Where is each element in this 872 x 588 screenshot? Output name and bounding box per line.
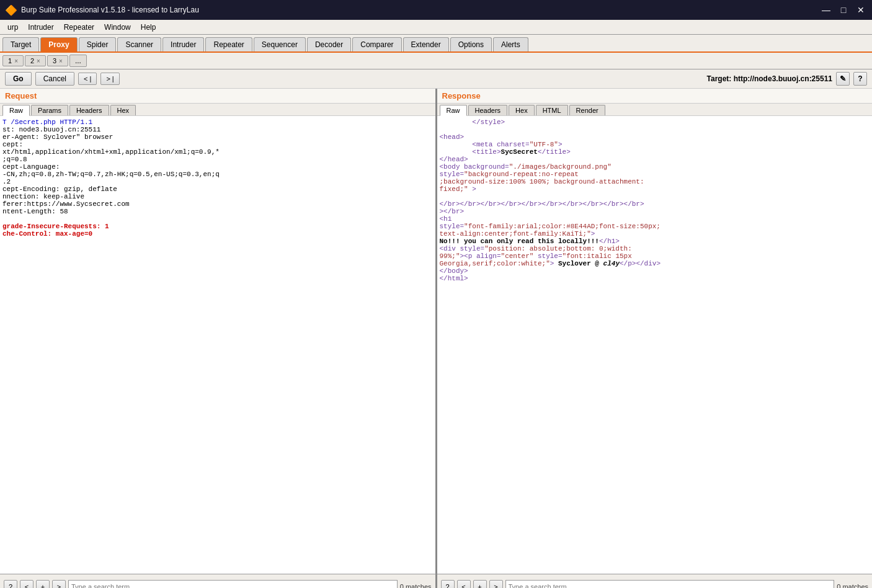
left-search-prev-button[interactable]: < xyxy=(20,580,33,589)
go-button[interactable]: Go xyxy=(5,72,32,86)
response-tab-bar: Raw Headers Hex HTML Render xyxy=(437,104,873,116)
request-tab-params[interactable]: Params xyxy=(31,105,68,115)
sub-tab-bar: 1 × 2 × 3 × ... xyxy=(0,53,872,69)
tab-spider[interactable]: Spider xyxy=(79,37,117,51)
tab-scanner[interactable]: Scanner xyxy=(117,37,161,51)
left-search-bar: ? < + > 0 matches xyxy=(0,574,437,588)
request-tab-raw[interactable]: Raw xyxy=(2,105,30,116)
left-search-question-button[interactable]: ? xyxy=(4,580,17,589)
tab-comparer[interactable]: Comparer xyxy=(352,37,401,51)
left-matches-label: 0 matches xyxy=(400,583,432,589)
close-tab-2[interactable]: × xyxy=(37,58,40,65)
tab-options[interactable]: Options xyxy=(450,37,492,51)
nav-forward-button[interactable]: > | xyxy=(100,73,119,85)
response-title: Response xyxy=(437,89,873,104)
response-panel: Response Raw Headers Hex HTML Render </s… xyxy=(437,89,873,574)
tab-intruder[interactable]: Intruder xyxy=(162,37,204,51)
right-search-input[interactable] xyxy=(505,580,835,589)
target-label: Target: http://node3.buuoj.cn:25511 xyxy=(707,74,832,83)
menu-item-repeater[interactable]: Repeater xyxy=(59,22,99,33)
response-code-wrapper: </style> <head> <meta charset="UTF-8"> <… xyxy=(437,116,873,574)
sub-tab-3[interactable]: 3 × xyxy=(47,55,68,66)
tab-target[interactable]: Target xyxy=(2,37,39,51)
request-code-wrapper: T /Secret.php HTTP/1.1 st: node3.buuoj.c… xyxy=(0,116,435,574)
bottom-bar: ? < + > 0 matches ? < + > 0 matches xyxy=(0,574,872,588)
tab-extender[interactable]: Extender xyxy=(403,37,449,51)
response-code-area[interactable]: </style> <head> <meta charset="UTF-8"> <… xyxy=(437,116,873,574)
response-tab-hex[interactable]: Hex xyxy=(509,105,535,115)
right-search-bar: ? < + > 0 matches xyxy=(437,574,873,588)
menu-item-help[interactable]: Help xyxy=(136,22,161,33)
right-search-forward-button[interactable]: > xyxy=(489,580,503,589)
main-tab-bar: Target Proxy Spider Scanner Intruder Rep… xyxy=(0,35,872,53)
menu-bar: urp Intruder Repeater Window Help xyxy=(0,20,872,35)
right-search-prev-button[interactable]: < xyxy=(457,580,471,589)
request-code-area[interactable]: T /Secret.php HTTP/1.1 st: node3.buuoj.c… xyxy=(0,116,435,574)
tab-repeater[interactable]: Repeater xyxy=(205,37,252,51)
more-tabs-button[interactable]: ... xyxy=(69,55,87,67)
help-button[interactable]: ? xyxy=(853,72,867,86)
response-tab-render[interactable]: Render xyxy=(569,105,605,115)
window-controls[interactable]: — □ ✕ xyxy=(820,5,867,15)
app-icon: 🔶 xyxy=(5,4,17,16)
response-tab-html[interactable]: HTML xyxy=(536,105,568,115)
sub-tab-2[interactable]: 2 × xyxy=(25,55,46,66)
minimize-button[interactable]: — xyxy=(820,5,832,15)
request-tab-bar: Raw Params Headers Hex xyxy=(0,104,435,116)
sub-tab-1[interactable]: 1 × xyxy=(2,55,24,66)
maximize-button[interactable]: □ xyxy=(837,5,850,15)
right-search-next-button[interactable]: + xyxy=(473,580,487,589)
response-tab-headers[interactable]: Headers xyxy=(468,105,508,115)
tab-alerts[interactable]: Alerts xyxy=(493,37,528,51)
left-search-forward-button[interactable]: > xyxy=(52,580,66,589)
nav-back-button[interactable]: < | xyxy=(78,73,97,85)
close-tab-3[interactable]: × xyxy=(59,58,63,65)
menu-item-intruder[interactable]: Intruder xyxy=(23,22,58,33)
tab-sequencer[interactable]: Sequencer xyxy=(254,37,306,51)
toolbar: Go Cancel < | > | Target: http://node3.b… xyxy=(0,69,872,89)
cancel-button[interactable]: Cancel xyxy=(35,72,74,86)
target-info: Target: http://node3.buuoj.cn:25511 ✎ ? xyxy=(707,72,867,86)
tab-proxy[interactable]: Proxy xyxy=(40,37,77,51)
request-title: Request xyxy=(0,89,435,104)
menu-item-window[interactable]: Window xyxy=(99,22,136,33)
response-tab-raw[interactable]: Raw xyxy=(440,105,467,116)
left-search-input[interactable] xyxy=(68,580,398,589)
main-content: Request Raw Params Headers Hex T /Secret… xyxy=(0,89,872,574)
close-tab-1[interactable]: × xyxy=(14,58,18,65)
tab-decoder[interactable]: Decoder xyxy=(307,37,351,51)
right-search-question-button[interactable]: ? xyxy=(441,580,455,589)
request-panel: Request Raw Params Headers Hex T /Secret… xyxy=(0,89,437,574)
edit-target-button[interactable]: ✎ xyxy=(836,72,850,86)
right-matches-label: 0 matches xyxy=(837,583,868,589)
close-button[interactable]: ✕ xyxy=(855,5,867,15)
left-search-next-button[interactable]: + xyxy=(36,580,50,589)
request-tab-headers[interactable]: Headers xyxy=(69,105,109,115)
request-tab-hex[interactable]: Hex xyxy=(110,105,136,115)
window-title: 🔶 Burp Suite Professional v1.5.18 - lice… xyxy=(5,4,199,16)
menu-item-urp[interactable]: urp xyxy=(2,22,23,33)
title-bar: 🔶 Burp Suite Professional v1.5.18 - lice… xyxy=(0,0,872,20)
